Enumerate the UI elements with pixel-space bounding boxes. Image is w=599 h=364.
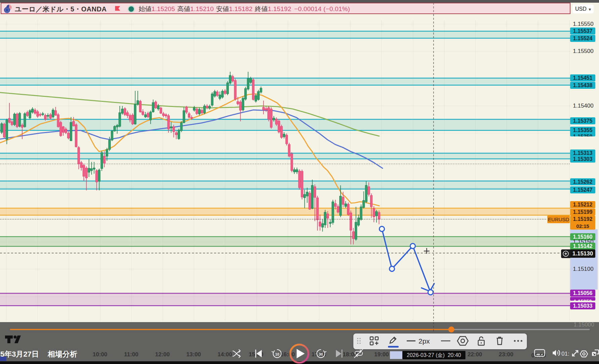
svg-text:2px: 2px bbox=[418, 337, 430, 345]
svg-text:01:: 01: bbox=[561, 351, 569, 357]
svg-text:10: 10 bbox=[275, 352, 279, 356]
svg-text:30: 30 bbox=[319, 352, 323, 356]
